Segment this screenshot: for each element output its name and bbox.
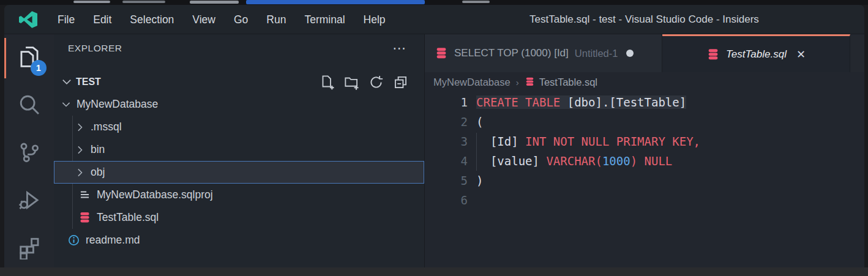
menu-item-view[interactable]: View xyxy=(183,5,225,34)
more-actions-icon[interactable]: ⋯ xyxy=(392,45,407,51)
backdrop-bottom-edge xyxy=(0,267,868,276)
background-window-sliver xyxy=(0,0,868,5)
code-editor[interactable]: 1CREATE TABLE [dbo].[TestTable]2(3 [Id] … xyxy=(425,92,864,267)
code-token: ) xyxy=(476,174,483,187)
line-number: 5 xyxy=(425,171,468,190)
breadcrumb-separator-icon: › xyxy=(516,77,519,88)
menu-item-edit[interactable]: Edit xyxy=(84,5,121,34)
chevron-right-icon xyxy=(74,166,86,179)
tree-item-label: obj xyxy=(91,166,105,179)
tree-item-readme-md[interactable]: readme.md xyxy=(54,229,424,252)
code-line-text: ) xyxy=(468,171,483,190)
code-token: ( xyxy=(476,115,483,129)
modified-dot-icon[interactable] xyxy=(626,50,634,57)
tab-description: Untitled-1 xyxy=(575,48,618,59)
background-fragment xyxy=(462,1,490,3)
chevron-right-icon xyxy=(74,121,86,133)
section-header-test[interactable]: TEST xyxy=(54,71,424,93)
tree-item-mynewdatabase-sqlproj[interactable]: MyNewDatabase.sqlproj xyxy=(54,184,424,206)
vscode-window: FileEditSelectionViewGoRunTerminalHelp T… xyxy=(4,5,864,267)
menu-item-help[interactable]: Help xyxy=(354,5,395,34)
background-fragment-selection xyxy=(246,0,425,4)
source-control-icon xyxy=(18,141,41,166)
code-line-6[interactable]: 6 xyxy=(425,190,864,210)
breadcrumb: MyNewDatabase›TestTable.sql xyxy=(425,72,864,92)
explorer-sidebar: EXPLORER ⋯ TEST MyNewDatabase.mssqlbinob… xyxy=(54,34,425,267)
activity-bar-item-extensions[interactable] xyxy=(4,225,54,267)
code-token: VARCHAR( xyxy=(546,154,602,168)
activity-bar-item-run-and-debug[interactable] xyxy=(4,177,54,225)
code-token: CREATE TABLE xyxy=(476,95,567,109)
menu-item-terminal[interactable]: Terminal xyxy=(295,5,354,34)
breadcrumb-label: TestTable.sql xyxy=(539,76,597,88)
line-number: 4 xyxy=(425,151,468,171)
close-icon[interactable]: ✕ xyxy=(796,48,806,61)
background-fragment xyxy=(73,1,110,3)
code-token: [dbo].[TestTable] xyxy=(567,95,686,109)
tree-item-label: .mssql xyxy=(91,121,122,133)
sidebar-title: EXPLORER xyxy=(68,43,122,54)
background-fragment xyxy=(190,1,239,4)
tree-item-label: MyNewDatabase xyxy=(77,98,158,111)
line-number: 2 xyxy=(425,112,468,132)
refresh-icon[interactable] xyxy=(369,75,384,90)
tree-item-mynewdatabase[interactable]: MyNewDatabase xyxy=(54,93,424,116)
code-token: [value] xyxy=(476,154,546,168)
tab-label: SELECT TOP (1000) [Id] xyxy=(454,47,569,59)
code-line-2[interactable]: 2( xyxy=(425,112,864,132)
code-token: ) NULL xyxy=(630,154,673,168)
activity-bar-item-explorer[interactable]: 1 xyxy=(4,34,54,82)
run-debug-icon xyxy=(18,188,41,214)
new-folder-icon[interactable] xyxy=(344,75,359,90)
database-icon xyxy=(706,48,720,61)
editor-tab-active[interactable]: TestTable.sql✕ xyxy=(662,34,850,72)
database-icon xyxy=(435,47,448,60)
tree-item-label: MyNewDatabase.sqlproj xyxy=(97,188,213,201)
line-number: 3 xyxy=(425,132,468,151)
line-number: 6 xyxy=(425,190,468,210)
breadcrumb-item[interactable]: TestTable.sql xyxy=(525,76,597,88)
extensions-icon xyxy=(18,236,41,262)
activity-bar: 1 xyxy=(4,34,54,267)
code-line-1[interactable]: 1CREATE TABLE [dbo].[TestTable] xyxy=(425,92,864,112)
code-line-4[interactable]: 4 [value] VARCHAR(1000) NULL xyxy=(425,151,864,171)
menu-item-go[interactable]: Go xyxy=(225,5,257,34)
line-number: 1 xyxy=(425,92,468,112)
editor-group: SELECT TOP (1000) [Id]Untitled-1TestTabl… xyxy=(425,34,864,267)
code-line-text: [Id] INT NOT NULL PRIMARY KEY, xyxy=(468,132,700,151)
breadcrumb-item[interactable]: MyNewDatabase xyxy=(433,76,511,88)
menu-item-run[interactable]: Run xyxy=(257,5,295,34)
code-line-text xyxy=(468,190,476,210)
window-title: TestTable.sql - test - Visual Studio Cod… xyxy=(529,5,759,34)
tree-item-bin[interactable]: bin xyxy=(54,138,424,161)
editor-indent-guide xyxy=(476,133,477,171)
code-line-5[interactable]: 5) xyxy=(425,171,864,190)
tree-item--mssql[interactable]: .mssql xyxy=(54,116,424,138)
tab-bar: SELECT TOP (1000) [Id]Untitled-1TestTabl… xyxy=(425,34,864,72)
menu-item-selection[interactable]: Selection xyxy=(121,5,183,34)
chevron-down-icon xyxy=(60,75,73,89)
database-icon xyxy=(525,76,535,87)
code-line-3[interactable]: 3 [Id] INT NOT NULL PRIMARY KEY, xyxy=(425,132,864,151)
explorer-badge: 1 xyxy=(31,60,47,76)
search-icon xyxy=(18,93,41,119)
menu-item-file[interactable]: File xyxy=(48,5,84,34)
sidebar-header: EXPLORER ⋯ xyxy=(54,34,424,62)
breadcrumb-label: MyNewDatabase xyxy=(433,76,511,88)
collapse-all-icon[interactable] xyxy=(393,75,408,90)
chevron-down-icon xyxy=(60,99,72,111)
tree-item-obj[interactable]: obj xyxy=(54,161,424,184)
tree-item-label: bin xyxy=(91,143,105,156)
code-line-text: ( xyxy=(468,112,483,132)
activity-bar-item-search[interactable] xyxy=(4,82,54,130)
code-token: [Id] xyxy=(476,135,525,148)
new-file-icon[interactable] xyxy=(320,75,335,90)
editor-tab-inactive[interactable]: SELECT TOP (1000) [Id]Untitled-1 xyxy=(425,34,662,72)
tree-item-label: TestTable.sql xyxy=(97,211,159,224)
code-token: INT NOT NULL PRIMARY KEY, xyxy=(525,135,700,148)
list-icon xyxy=(78,188,91,201)
code-token: 1000 xyxy=(602,154,630,168)
section-label: TEST xyxy=(76,76,101,88)
activity-bar-item-source-control[interactable] xyxy=(4,130,54,177)
tree-item-testtable-sql[interactable]: TestTable.sql xyxy=(54,206,424,229)
